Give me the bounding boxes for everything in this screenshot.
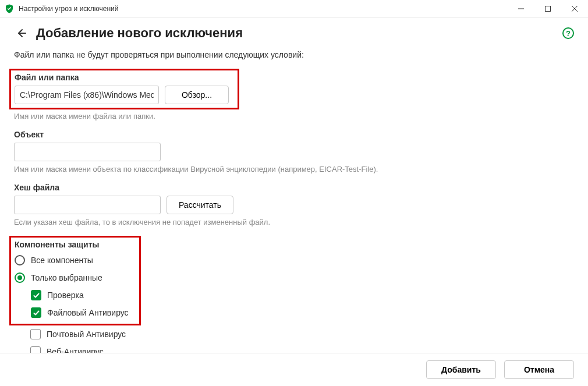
back-button[interactable] <box>14 26 28 40</box>
radio-all-components[interactable]: Все компоненты <box>15 255 136 265</box>
hash-section: Хеш файла Рассчитать <box>14 183 574 214</box>
object-hint: Имя или маска имени объекта по классифик… <box>14 165 574 173</box>
add-button[interactable]: Добавить <box>426 360 496 379</box>
svg-rect-1 <box>546 6 551 11</box>
checkbox-label: Проверка <box>47 291 84 300</box>
checkbox-scan[interactable]: Проверка <box>31 290 136 300</box>
file-folder-label: Файл или папка <box>15 73 233 82</box>
footer: Добавить Отмена <box>0 353 588 386</box>
radio-selected-label: Только выбранные <box>31 273 102 282</box>
components-label: Компоненты защиты <box>15 240 136 249</box>
calculate-button[interactable]: Рассчитать <box>167 196 233 214</box>
shield-icon <box>5 4 14 13</box>
hash-row: Рассчитать <box>14 196 574 214</box>
content-scroll[interactable]: Файл или папка не будут проверяться при … <box>0 45 588 353</box>
checkbox-list-rest: Почтовый Антивирус Веб-Антивирус <box>14 329 574 353</box>
checkbox-label: Веб-Антивирус <box>47 347 104 353</box>
object-input[interactable] <box>14 143 161 161</box>
radio-icon <box>15 272 25 283</box>
highlight-file-section: Файл или папка Обзор... <box>9 69 239 109</box>
object-section: Объект <box>14 130 574 161</box>
checkbox-mail-av[interactable]: Почтовый Антивирус <box>30 329 574 339</box>
checkbox-label: Почтовый Антивирус <box>47 330 126 339</box>
hash-input[interactable] <box>14 196 161 214</box>
highlight-components-section: Компоненты защиты Все компоненты Только … <box>9 236 141 325</box>
browse-button[interactable]: Обзор... <box>165 86 229 104</box>
checkbox-icon <box>31 307 41 318</box>
intro-text: Файл или папка не будут проверяться при … <box>14 50 574 59</box>
hash-hint: Если указан хеш файла, то в исключения н… <box>14 218 574 226</box>
window-title: Настройки угроз и исключений <box>19 5 508 13</box>
file-folder-row: Обзор... <box>15 86 233 104</box>
checkbox-label: Файловый Антивирус <box>47 308 129 317</box>
window-controls <box>508 0 588 17</box>
hash-label: Хеш файла <box>14 183 574 192</box>
content: Файл или папка не будут проверяться при … <box>0 45 588 353</box>
checkbox-icon <box>30 346 41 353</box>
maximize-button[interactable] <box>534 0 561 17</box>
checkbox-web-av[interactable]: Веб-Антивирус <box>30 346 574 353</box>
cancel-button[interactable]: Отмена <box>504 360 574 379</box>
radio-selected-components[interactable]: Только выбранные <box>15 272 136 283</box>
title-bar: Настройки угроз и исключений <box>0 0 588 17</box>
radio-all-label: Все компоненты <box>31 256 93 265</box>
minimize-button[interactable] <box>508 0 534 17</box>
checkbox-icon <box>30 329 41 339</box>
checkbox-icon <box>31 290 41 300</box>
checkbox-list-inside: Проверка Файловый Антивирус <box>15 290 136 318</box>
radio-icon <box>15 255 25 265</box>
page-title: Добавление нового исключения <box>36 26 562 41</box>
object-label: Объект <box>14 130 574 139</box>
file-folder-hint: Имя или маска имени файла или папки. <box>14 112 574 121</box>
close-button[interactable] <box>561 0 588 17</box>
page-header: Добавление нового исключения ? <box>0 17 588 45</box>
checkbox-file-av[interactable]: Файловый Антивирус <box>31 307 136 318</box>
file-path-input[interactable] <box>15 86 159 104</box>
help-icon[interactable]: ? <box>562 27 574 39</box>
